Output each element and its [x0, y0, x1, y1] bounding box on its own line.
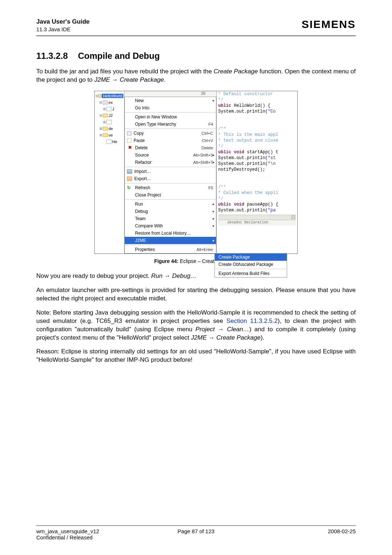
blank-icon: [127, 223, 133, 228]
submenu-arrow-icon: ▸: [213, 202, 215, 206]
menu-item-open-in-new-window[interactable]: Open in New Window: [125, 113, 216, 121]
section-title-text: Compile and Debug: [78, 51, 160, 61]
menu-item-export-[interactable]: Export…: [125, 175, 216, 182]
submenu-arrow-icon: ▸: [213, 224, 215, 228]
menu-item-label: Source: [135, 153, 189, 158]
code-line: */: [218, 97, 296, 103]
section-number: 11.3.2.8: [36, 51, 68, 61]
code-line: [218, 173, 296, 178]
menu-item-go-into[interactable]: Go Into: [125, 104, 216, 112]
folder-icon: [103, 114, 108, 117]
code-line: notifyDestroyed();: [218, 167, 296, 173]
page-footer: wm_java_usersguide_v12 Confidential / Re…: [36, 525, 356, 540]
menu-item-refresh[interactable]: RefreshF5: [125, 184, 216, 191]
context-menu: New▸Go IntoOpen in New WindowOpen Type H…: [124, 97, 216, 254]
horizontal-scrollbar[interactable]: [218, 215, 296, 220]
menu-accelerator: Alt+Shift+S: [193, 153, 213, 157]
menu-item-run[interactable]: Run▸: [125, 200, 216, 208]
line-number: 26: [201, 91, 205, 97]
j2me-submenu: Create PackageCreate Obfuscated PackageE…: [215, 253, 287, 278]
code-line: * Called when the appli: [218, 190, 296, 196]
menu-item-label: Export…: [134, 176, 213, 181]
export-icon: [127, 177, 132, 181]
menu-item-copy[interactable]: CopyCtrl+C: [125, 130, 216, 137]
menu-item-team[interactable]: Team▸: [125, 215, 216, 222]
arrow-icon: [164, 272, 171, 279]
tree-item[interactable]: J2: [109, 113, 113, 118]
tree-item[interactable]: He: [112, 139, 117, 144]
blank-icon: [127, 202, 133, 207]
menu-accelerator: Alt+Enter: [196, 247, 213, 252]
import-icon: [127, 169, 132, 174]
file-icon: [106, 107, 111, 111]
menu-item-close-project[interactable]: Close Project: [125, 191, 216, 199]
intro-paragraph: To build the jar and jad files you have …: [36, 68, 356, 84]
submenu-arrow-icon: ▸: [213, 209, 215, 213]
tree-item[interactable]: ve: [109, 133, 113, 137]
blank-icon: [127, 105, 133, 110]
code-line: * text output and close: [218, 138, 296, 143]
submenu-item-export-antenna-build-files[interactable]: Export Antenna Build Files: [215, 270, 287, 277]
menu-item-j2me[interactable]: J2ME▸: [125, 237, 216, 244]
menu-accelerator: Ctrl+V: [202, 138, 213, 143]
menu-item-label: New: [135, 98, 213, 103]
folder-open-icon: [98, 94, 101, 98]
menu-accelerator: Alt+Shift+T: [193, 160, 213, 165]
project-tree: ⊟HelloWorld ⊟ex ⊞J ⊟J2 ⊞ ⊞de ⊞ve He: [95, 91, 124, 254]
blank-icon: [127, 98, 133, 103]
menu-item-new[interactable]: New▸: [125, 97, 216, 104]
menu-item-label: Open in New Window: [135, 114, 213, 119]
menu-item-delete[interactable]: ✖DeleteDelete: [125, 144, 216, 151]
file-icon: [106, 120, 111, 124]
submenu-item-create-package[interactable]: Create Package: [215, 254, 287, 261]
tree-item[interactable]: de: [109, 126, 113, 131]
blank-icon: [127, 216, 133, 221]
menu-item-debug[interactable]: Debug▸: [125, 208, 216, 215]
menu-item-label: Open Type Hierarchy: [135, 122, 205, 127]
menu-item-open-type-hierarchy[interactable]: Open Type HierarchyF4: [125, 121, 216, 128]
brand-logo: SIEMENS: [302, 18, 356, 31]
blank-icon: [127, 193, 133, 198]
eclipse-screenshot: ⊟HelloWorld ⊟ex ⊞J ⊟J2 ⊞ ⊞de ⊞ve He 26 N…: [94, 91, 298, 254]
arrow-icon: [208, 334, 215, 341]
menu-item-label: Delete: [135, 145, 198, 150]
package-icon: [103, 100, 108, 105]
menu-item-import-[interactable]: Import…: [125, 168, 216, 175]
code-line: /**: [218, 126, 296, 132]
menu-item-label: Copy: [134, 131, 198, 136]
paragraph-note: Note: Before starting Java debugging ses…: [36, 309, 356, 342]
menu-item-label: Import…: [134, 169, 213, 174]
menu-item-label: J2ME: [135, 238, 213, 243]
tree-item[interactable]: ex: [109, 100, 113, 105]
doc-title: Java User's Guide: [36, 18, 90, 25]
menu-item-refactor[interactable]: RefactorAlt+Shift+T▸: [125, 159, 216, 166]
blank-icon: [127, 122, 133, 127]
code-line: System.out.println("pa: [218, 207, 296, 213]
menu-item-properties[interactable]: PropertiesAlt+Enter: [125, 246, 216, 253]
scrollbar-thumb[interactable]: [291, 215, 295, 219]
code-line: * Default constructor: [218, 91, 296, 97]
copy-icon: [127, 131, 131, 135]
menu-accelerator: F5: [208, 186, 213, 190]
menu-item-paste[interactable]: PasteCtrl+V: [125, 137, 216, 144]
menu-item-restore-from-local-history-[interactable]: Restore from Local History…: [125, 230, 216, 237]
menu-item-label: Refresh: [135, 185, 205, 190]
menu-item-source[interactable]: SourceAlt+Shift+S▸: [125, 151, 216, 159]
bottom-tabs[interactable]: Javadoc Declaration: [218, 220, 296, 226]
folder-icon: [103, 127, 108, 130]
project-node[interactable]: HelloWorld: [102, 94, 123, 98]
menu-item-compare-with[interactable]: Compare With▸: [125, 222, 216, 230]
code-line: System.out.println("st: [218, 155, 296, 161]
submenu-item-create-obfuscated-package[interactable]: Create Obfuscated Package: [215, 261, 287, 268]
code-line: [218, 178, 296, 184]
section-heading: 11.3.2.8Compile and Debug: [36, 51, 356, 61]
code-line: System.out.println("Co: [218, 109, 296, 114]
submenu-arrow-icon: ▸: [213, 216, 215, 220]
code-line: */: [218, 196, 296, 202]
tree-item[interactable]: J: [112, 107, 114, 111]
blank-icon: [127, 247, 133, 252]
page-header: Java User's Guide 11.3 Java IDE SIEMENS: [36, 18, 356, 36]
paste-icon: [127, 138, 131, 143]
section-link[interactable]: Section 11.3.2.5.2: [226, 317, 278, 324]
menu-accelerator: F4: [208, 122, 213, 126]
